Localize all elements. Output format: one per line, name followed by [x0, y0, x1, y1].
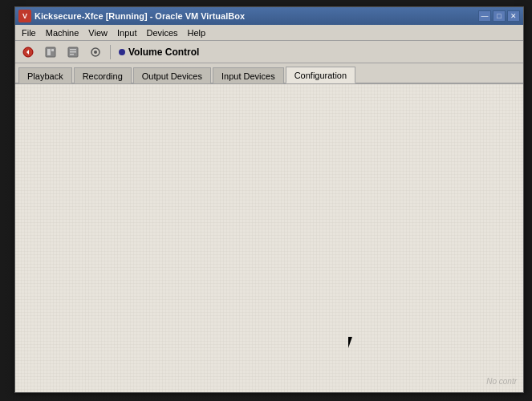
- toolbar-icon2: [45, 47, 56, 58]
- toolbar-icon4: [90, 47, 101, 58]
- toolbar-icon3: [67, 47, 79, 58]
- menu-input[interactable]: Input: [112, 26, 141, 39]
- tab-configuration[interactable]: Configuration: [286, 67, 355, 83]
- toolbar: Volume Control: [15, 41, 523, 63]
- toolbar-separator: [110, 45, 111, 59]
- watermark-text: No contr: [486, 377, 517, 386]
- vm-window: V Kicksecure-Xfce [Running] - Oracle VM …: [14, 6, 524, 393]
- menu-view[interactable]: View: [83, 26, 112, 39]
- toolbar-btn4[interactable]: [86, 43, 105, 61]
- svg-rect-3: [51, 49, 54, 51]
- menu-file[interactable]: File: [17, 26, 41, 39]
- title-bar: V Kicksecure-Xfce [Running] - Oracle VM …: [15, 7, 523, 25]
- svg-rect-7: [70, 54, 74, 55]
- tab-input-devices[interactable]: Input Devices: [213, 67, 284, 83]
- tab-bar: Playback Recording Output Devices Input …: [15, 63, 523, 84]
- virtualbox-icon: V: [18, 10, 31, 22]
- content-area: No contr: [15, 84, 523, 392]
- bottom-shadow: [0, 393, 532, 401]
- tab-playback[interactable]: Playback: [18, 67, 72, 83]
- menu-help[interactable]: Help: [183, 26, 211, 39]
- maximize-button[interactable]: □: [493, 10, 506, 22]
- menu-machine[interactable]: Machine: [41, 26, 84, 39]
- svg-point-9: [94, 51, 97, 54]
- vm-content: V Kicksecure-Xfce [Running] - Oracle VM …: [15, 7, 523, 392]
- back-icon: [22, 47, 34, 58]
- menu-devices[interactable]: Devices: [141, 26, 182, 39]
- svg-rect-2: [47, 49, 51, 55]
- window-title: Kicksecure-Xfce [Running] - Oracle VM Vi…: [35, 11, 475, 21]
- left-shadow: [0, 0, 14, 401]
- tab-output-devices[interactable]: Output Devices: [133, 67, 211, 83]
- tab-recording[interactable]: Recording: [74, 67, 132, 83]
- toolbar-title-area: Volume Control: [119, 47, 199, 58]
- app-title: Volume Control: [128, 47, 199, 58]
- app-dot-icon: [119, 49, 125, 55]
- close-button[interactable]: ✕: [507, 10, 520, 22]
- title-bar-controls: — □ ✕: [478, 10, 520, 22]
- toolbar-back-button[interactable]: [18, 43, 38, 61]
- svg-rect-6: [70, 51, 76, 53]
- mouse-cursor: [348, 337, 358, 351]
- menu-bar: File Machine View Input Devices Help: [15, 25, 523, 41]
- toolbar-btn2[interactable]: [41, 43, 60, 61]
- toolbar-btn3[interactable]: [63, 43, 83, 61]
- minimize-button[interactable]: —: [478, 10, 491, 22]
- svg-rect-5: [70, 49, 76, 51]
